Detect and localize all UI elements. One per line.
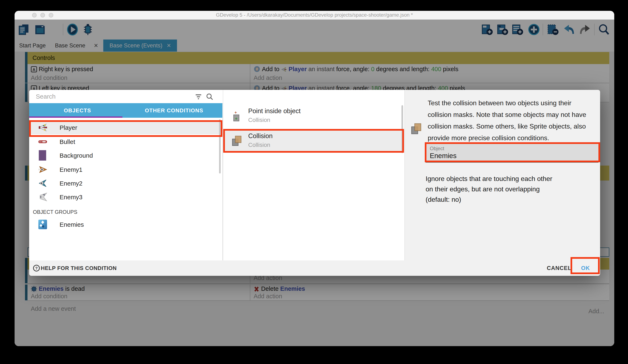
condition-detail-panel: Test the collision between two objects u… — [404, 90, 600, 260]
collision-icon — [410, 122, 423, 137]
enemy1-ship-icon — [37, 164, 48, 175]
objects-list: Player Bullet Background Enemy1 Enemy2 — [29, 118, 223, 260]
object-label: Bullet — [60, 135, 75, 148]
help-icon[interactable]: ? — [33, 265, 40, 273]
object-field-value: Enemies — [430, 152, 457, 160]
choose-condition-dialog: Search col OBJECTS OTHER CONDITIONS — [29, 90, 600, 276]
svg-text:+: + — [235, 110, 237, 115]
object-field-label: Object — [430, 146, 444, 151]
ignore-edges-label: Ignore objects that are touching each ot… — [426, 174, 560, 205]
result-title: Collision — [248, 132, 273, 140]
object-label: Enemy1 — [60, 163, 82, 176]
tab-other-conditions[interactable]: OTHER CONDITIONS — [126, 103, 222, 118]
object-groups-header: OBJECT GROUPS — [33, 209, 77, 215]
dialog-tabs: OBJECTS OTHER CONDITIONS — [29, 103, 222, 118]
app-root: GDevelop 5 - /Users/dkarakay/Documents/G… — [0, 0, 628, 364]
result-subtitle: Collision — [248, 117, 270, 123]
list-item-bullet[interactable]: Bullet — [29, 135, 222, 148]
dialog-footer: ? HELP FOR THIS CONDITION CANCEL OK — [29, 260, 600, 276]
object-group-icon — [37, 219, 48, 230]
result-subtitle: Collision — [248, 141, 270, 148]
titlebar: GDevelop 5 - /Users/dkarakay/Documents/G… — [14, 11, 614, 20]
scrollbar[interactable] — [401, 105, 403, 153]
condition-description: Test the collision between two objects u… — [428, 97, 596, 144]
svg-text:+: + — [235, 116, 237, 121]
bullet-icon — [37, 136, 48, 147]
gdevelop-window: GDevelop 5 - /Users/dkarakay/Documents/G… — [14, 11, 614, 346]
enemy2-ship-icon — [37, 178, 48, 188]
list-item-enemy2[interactable]: Enemy2 — [29, 176, 222, 190]
list-item-enemy1[interactable]: Enemy1 — [29, 163, 222, 176]
tab-objects[interactable]: OBJECTS — [29, 103, 126, 118]
list-item-enemy3[interactable]: Enemy3 — [29, 190, 222, 204]
help-link[interactable]: HELP FOR THIS CONDITION — [41, 260, 117, 276]
object-search-input[interactable]: Search — [36, 90, 56, 103]
list-item-background[interactable]: Background — [29, 148, 222, 162]
object-label: Enemy2 — [60, 176, 82, 190]
list-item-enemies-group[interactable]: Enemies — [29, 218, 222, 231]
object-label: Enemy3 — [60, 190, 82, 204]
result-title: Point inside object — [248, 107, 301, 115]
object-field[interactable]: Object Enemies — [426, 144, 598, 163]
list-item-player[interactable]: Player — [29, 121, 222, 134]
object-label: Player — [60, 121, 77, 134]
search-icon[interactable] — [206, 93, 213, 102]
enemy3-ship-icon — [37, 192, 48, 202]
cancel-button[interactable]: CANCEL — [547, 260, 568, 276]
object-label: Background — [60, 148, 93, 162]
filter-icon[interactable] — [195, 93, 202, 102]
result-collision[interactable]: Collision Collision — [223, 129, 404, 153]
background-icon — [37, 150, 48, 161]
point-inside-icon: ++ — [231, 110, 243, 123]
scrollbar[interactable] — [219, 120, 221, 174]
ok-button[interactable]: OK — [578, 260, 593, 276]
conditions-results-panel: ++ Point inside object Collision Collisi… — [223, 90, 405, 260]
window-title: GDevelop 5 - /Users/dkarakay/Documents/G… — [14, 11, 614, 20]
active-tab-underline — [29, 116, 122, 118]
collision-icon — [231, 135, 243, 147]
svg-text:?: ? — [35, 266, 38, 270]
player-ship-icon — [37, 122, 48, 133]
object-label: Enemies — [60, 218, 84, 231]
result-point-inside[interactable]: ++ Point inside object Collision — [223, 105, 404, 127]
